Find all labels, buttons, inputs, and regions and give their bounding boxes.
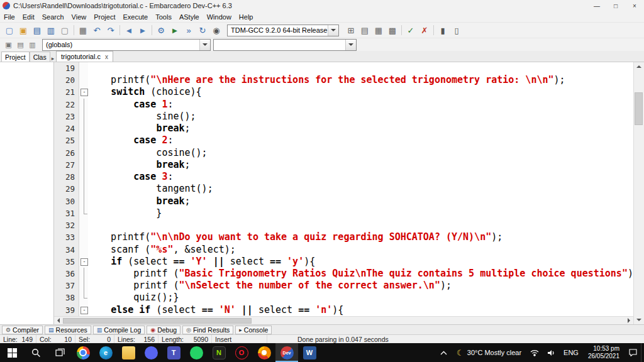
vertical-scrollbar[interactable] [633, 62, 644, 324]
close-file-icon[interactable]: ▢ [58, 24, 72, 36]
browser-icon[interactable] [253, 343, 275, 362]
notepadpp-icon[interactable]: N [208, 343, 230, 362]
tab-project[interactable]: Project [1, 52, 30, 62]
code-line[interactable]: 24 break; [54, 123, 633, 134]
tab-compile-log[interactable]: ▥Compile Log [93, 326, 145, 334]
menu-file[interactable]: File [0, 13, 19, 21]
scroll-down-icon[interactable] [634, 315, 644, 324]
forward-icon[interactable]: ► [136, 24, 150, 36]
tab-console[interactable]: ▸Console [235, 326, 272, 334]
hscroll-thumb[interactable] [63, 318, 252, 324]
action-center-icon[interactable] [625, 343, 641, 362]
code-line[interactable]: 23 sine(); [54, 111, 633, 123]
member-select[interactable] [213, 39, 357, 51]
code-line[interactable]: 29 tangent(); [54, 183, 633, 195]
code-line[interactable]: 38 quiz();} [54, 292, 633, 304]
code-line[interactable]: 25 case 2: [54, 134, 633, 146]
insert-snippet-icon[interactable]: ▤ [358, 24, 372, 36]
members-icon[interactable]: ▤ [14, 40, 26, 50]
open-file-icon[interactable]: ▣ [16, 24, 30, 36]
editor-tab-trigotutorial[interactable]: trigotutorial.c x [56, 51, 113, 62]
file-explorer-icon[interactable] [117, 343, 140, 362]
new-file-icon[interactable]: ▢ [3, 24, 16, 36]
bookmarks-icon[interactable]: ▩ [386, 24, 399, 36]
fold-collapse-icon[interactable] [79, 304, 88, 316]
menu-window[interactable]: Window [203, 13, 235, 21]
fold-collapse-icon[interactable] [79, 86, 88, 98]
syntax-check-icon[interactable]: ✓ [404, 24, 418, 36]
tab-find-results[interactable]: ◎Find Results [182, 326, 233, 334]
menu-project[interactable]: Project [90, 13, 119, 21]
word-icon[interactable]: W [298, 343, 321, 362]
code-line[interactable]: 19 [54, 62, 633, 74]
scroll-left-icon[interactable] [54, 317, 63, 324]
tab-compiler[interactable]: ⚙Compiler [2, 326, 43, 334]
rebuild-icon[interactable]: ↻ [196, 24, 209, 36]
code-editor[interactable]: 1920 printf("\nHere are the instructions… [54, 62, 633, 316]
class-browser-icon[interactable]: ▣ [3, 40, 14, 50]
debug-icon[interactable]: ◉ [209, 24, 223, 36]
menu-tools[interactable]: Tools [152, 13, 175, 21]
tray-chevron-up-icon[interactable] [435, 343, 452, 362]
opera-icon[interactable]: O [230, 343, 253, 362]
edge-icon[interactable]: e [94, 343, 117, 362]
undo-icon[interactable]: ↶ [90, 24, 104, 36]
code-line[interactable]: 37 printf ("\nSelect the number of the c… [54, 280, 633, 292]
task-view-icon[interactable] [48, 343, 72, 362]
goto-line-icon[interactable]: ▦ [372, 24, 386, 36]
goto-icon[interactable]: ▥ [26, 40, 38, 50]
scroll-up-icon[interactable] [634, 62, 644, 71]
back-icon[interactable]: ◄ [122, 24, 136, 36]
save-icon[interactable]: ▤ [30, 24, 44, 36]
compiler-profile-select[interactable]: TDM-GCC 9.2.0 64-bit Release [227, 25, 339, 36]
tab-resources[interactable]: ▤Resources [45, 326, 91, 334]
devcpp-icon[interactable]: Dev [275, 343, 298, 362]
profile-icon[interactable]: ▮ [436, 24, 450, 36]
menu-search[interactable]: Search [38, 13, 68, 21]
redo-icon[interactable]: ↷ [104, 24, 118, 36]
compile-icon[interactable]: ⚙ [154, 24, 168, 36]
code-line[interactable]: 31 } [54, 207, 633, 219]
code-line[interactable]: 34 scanf ("%s", &select); [54, 244, 633, 256]
clock[interactable]: 10:53 pm 26/05/2021 [583, 345, 625, 360]
code-line[interactable]: 26 cosine(); [54, 147, 633, 159]
maximize-icon[interactable]: □ [606, 0, 625, 11]
code-line[interactable]: 28 case 3: [54, 171, 633, 183]
tab-class-browser[interactable]: Clas [30, 52, 50, 62]
tab-debug[interactable]: ◉Debug [147, 326, 180, 334]
code-line[interactable]: 32 [54, 219, 633, 231]
show-desktop-button[interactable] [641, 343, 644, 362]
globals-select[interactable]: (globals) [42, 39, 211, 51]
code-line[interactable]: 27 break; [54, 159, 633, 171]
search-icon[interactable] [24, 343, 48, 362]
code-line[interactable]: 36 printf ("Basic Trigonometry Ratios Qu… [54, 268, 633, 280]
horizontal-scrollbar[interactable] [54, 316, 633, 324]
teams-icon[interactable]: T [162, 343, 185, 362]
volume-icon[interactable] [543, 343, 559, 362]
code-line[interactable]: 22 case 1: [54, 99, 633, 111]
code-line[interactable]: 20 printf("\nHere are the instructions f… [54, 74, 633, 86]
wifi-icon[interactable] [526, 343, 543, 362]
close-tab-icon[interactable]: x [105, 53, 108, 60]
fold-collapse-icon[interactable] [79, 256, 88, 268]
menu-help[interactable]: Help [235, 13, 257, 21]
compile-run-icon[interactable]: » [182, 24, 196, 36]
language-indicator[interactable]: ENG [559, 349, 583, 356]
abort-compile-icon[interactable]: ✗ [418, 24, 431, 36]
close-icon[interactable]: × [625, 0, 644, 11]
run-icon[interactable]: ► [168, 24, 182, 36]
chrome-icon[interactable] [72, 343, 94, 362]
menu-edit[interactable]: Edit [19, 13, 38, 21]
print-icon[interactable]: ▦ [76, 24, 90, 36]
menu-astyle[interactable]: AStyle [175, 13, 203, 21]
whatsapp-icon[interactable] [185, 343, 208, 362]
code-line[interactable]: 21 switch (choice){ [54, 86, 633, 98]
code-line[interactable]: 39 else if (select == 'N' || select == '… [54, 304, 633, 316]
vscroll-track[interactable] [634, 71, 644, 315]
scroll-right-icon[interactable] [625, 317, 633, 324]
profiling-options-icon[interactable]: ▯ [450, 24, 464, 36]
vscroll-thumb[interactable] [635, 92, 643, 125]
code-line[interactable]: 33 printf("\n\nDo you want to take a qui… [54, 231, 633, 243]
discord-icon[interactable] [140, 343, 162, 362]
code-line[interactable]: 35 if (select == 'Y' || select == 'y'){ [54, 256, 633, 268]
